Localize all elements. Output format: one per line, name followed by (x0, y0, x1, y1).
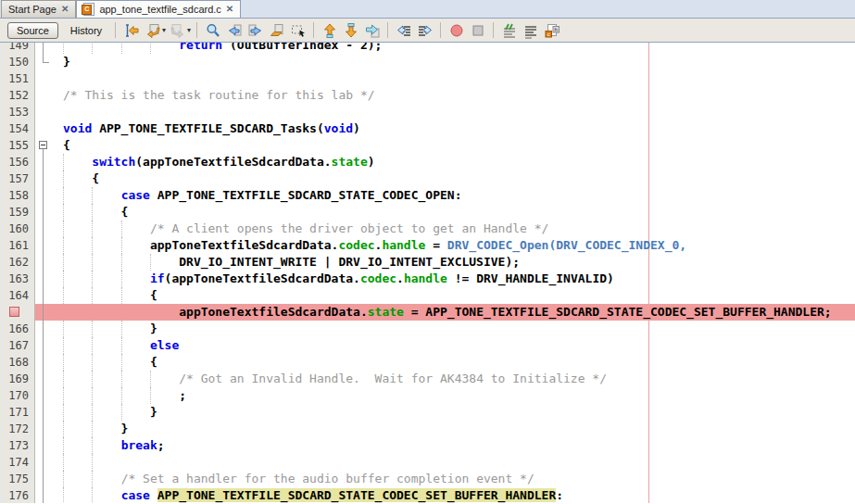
code-line[interactable]: 174 (0, 454, 855, 471)
code-line[interactable]: 166 } (0, 321, 855, 337)
code-line[interactable]: 176 case APP_TONE_TEXTFILE_SDCARD_STATE_… (0, 487, 855, 503)
close-icon[interactable]: ✕ (61, 5, 69, 14)
code-line[interactable]: 150} (0, 54, 855, 70)
shift-line-right-icon[interactable] (416, 22, 434, 39)
stop-macro-recording-icon[interactable] (469, 22, 486, 39)
line-number[interactable]: 157 (0, 170, 35, 187)
code-text[interactable]: switch(appToneTextfileSdcardData.state) (52, 154, 855, 170)
toggle-bookmark-icon[interactable] (363, 22, 381, 39)
toggle-highlight-search-icon[interactable] (268, 22, 285, 39)
code-text[interactable] (52, 70, 855, 87)
line-number[interactable]: 152 (0, 87, 35, 104)
line-number[interactable]: 168 (0, 354, 35, 371)
code-line[interactable]: 149 return (OutBufferIndex - 2); (0, 43, 855, 54)
fold-toggle[interactable] (35, 137, 52, 154)
line-number[interactable]: 164 (0, 287, 35, 304)
rectangular-selection-icon[interactable] (289, 22, 307, 39)
code-line[interactable]: 151 (0, 70, 855, 87)
line-number[interactable]: 150 (0, 54, 35, 70)
code-line[interactable]: 164 { (0, 287, 855, 304)
code-line[interactable]: 162 DRV_IO_INTENT_WRITE | DRV_IO_INTENT_… (0, 254, 855, 271)
start-macro-recording-icon[interactable] (447, 22, 465, 39)
line-number[interactable]: 159 (0, 204, 35, 220)
code-line[interactable]: 170 ; (0, 387, 855, 404)
code-text[interactable]: appToneTextfileSdcardData.codec.handle =… (52, 237, 855, 254)
code-line[interactable]: 163 if(appToneTextfileSdcardData.codec.h… (0, 271, 855, 287)
code-line[interactable]: 157 { (0, 170, 855, 187)
line-number[interactable]: 153 (0, 104, 35, 120)
line-number[interactable]: 160 (0, 220, 35, 237)
line-number[interactable]: 172 (0, 421, 35, 437)
code-line[interactable]: 167 else (0, 337, 855, 354)
line-number[interactable]: 171 (0, 404, 35, 421)
code-line[interactable]: 161 appToneTextfileSdcardData.codec.hand… (0, 237, 855, 254)
code-line[interactable]: 168 { (0, 354, 855, 371)
code-line[interactable]: 175 /* Set a handler for the audio buffe… (0, 471, 855, 487)
line-number[interactable]: 149 (0, 43, 35, 54)
code-text[interactable]: /* A client opens the driver object to g… (52, 220, 855, 237)
code-text[interactable]: appToneTextfileSdcardData.state = APP_TO… (52, 304, 855, 321)
last-edit-position-icon[interactable] (122, 22, 140, 39)
code-text[interactable]: DRV_IO_INTENT_WRITE | DRV_IO_INTENT_EXCL… (52, 254, 855, 271)
code-text[interactable]: return (OutBufferIndex - 2); (52, 43, 855, 54)
find-next-icon[interactable] (246, 22, 264, 39)
code-text[interactable]: if(appToneTextfileSdcardData.codec.handl… (52, 271, 855, 287)
code-text[interactable]: } (52, 421, 855, 437)
code-text[interactable]: break; (52, 437, 855, 454)
code-editor[interactable]: 149 return (OutBufferIndex - 2);150}1511… (0, 43, 855, 503)
line-number[interactable]: 166 (0, 321, 35, 337)
code-text[interactable]: } (52, 54, 855, 70)
code-line[interactable]: 155{ (0, 137, 855, 154)
line-number[interactable]: 158 (0, 187, 35, 204)
line-number[interactable]: 154 (0, 120, 35, 137)
chevron-down-icon[interactable]: ▾ (162, 26, 166, 34)
code-text[interactable]: } (52, 321, 855, 337)
code-line[interactable]: 173 break; (0, 437, 855, 454)
breakpoint-marker[interactable] (0, 304, 35, 321)
tab-start-page[interactable]: Start Page ✕ (1, 0, 76, 18)
line-number[interactable]: 176 (0, 487, 35, 503)
code-line[interactable]: 172 } (0, 421, 855, 437)
code-line[interactable]: 158 case APP_TONE_TEXTFILE_SDCARD_STATE_… (0, 187, 855, 204)
code-text[interactable]: { (52, 204, 855, 220)
line-number[interactable]: 169 (0, 371, 35, 387)
previous-bookmark-icon[interactable] (321, 22, 338, 39)
code-text[interactable]: { (52, 137, 855, 154)
collapse-box-icon[interactable] (39, 141, 47, 149)
line-number[interactable]: 167 (0, 337, 35, 354)
toggle-header-source-icon[interactable]: h c (543, 22, 560, 39)
back-icon[interactable] (144, 22, 161, 39)
code-text[interactable]: { (52, 287, 855, 304)
comment-icon[interactable] (500, 22, 518, 39)
chevron-down-icon[interactable]: ▾ (187, 26, 191, 34)
find-selection-icon[interactable] (204, 22, 221, 39)
code-line[interactable]: 171 } (0, 404, 855, 421)
breakpoint-icon[interactable] (9, 307, 19, 317)
line-number[interactable]: 170 (0, 387, 35, 404)
code-text[interactable]: /* Got an Invalid Handle. Wait for AK438… (52, 371, 855, 387)
next-bookmark-icon[interactable] (342, 22, 359, 39)
source-button[interactable]: Source (7, 22, 58, 39)
code-line[interactable]: 169 /* Got an Invalid Handle. Wait for A… (0, 371, 855, 387)
close-icon[interactable]: ✕ (226, 5, 233, 14)
line-number[interactable]: 156 (0, 154, 35, 170)
history-button[interactable]: History (62, 22, 110, 39)
line-number[interactable]: 162 (0, 254, 35, 271)
line-number[interactable]: 151 (0, 70, 35, 87)
code-text[interactable]: case APP_TONE_TEXTFILE_SDCARD_STATE_CODE… (52, 487, 855, 503)
code-text[interactable]: ; (52, 387, 855, 404)
line-number[interactable]: 155 (0, 137, 35, 154)
code-text[interactable]: else (52, 337, 855, 354)
code-text[interactable] (52, 454, 855, 471)
shift-line-left-icon[interactable] (395, 22, 412, 39)
code-line[interactable]: appToneTextfileSdcardData.state = APP_TO… (0, 304, 855, 321)
line-number[interactable]: 175 (0, 471, 35, 487)
code-line[interactable]: 159 { (0, 204, 855, 220)
code-text[interactable] (52, 104, 855, 120)
code-line[interactable]: 153 (0, 104, 855, 120)
line-number[interactable]: 163 (0, 271, 35, 287)
find-previous-icon[interactable] (225, 22, 243, 39)
code-text[interactable]: void APP_TONE_TEXTFILE_SDCARD_Tasks(void… (52, 120, 855, 137)
code-line[interactable]: 154void APP_TONE_TEXTFILE_SDCARD_Tasks(v… (0, 120, 855, 137)
code-line[interactable]: 156 switch(appToneTextfileSdcardData.sta… (0, 154, 855, 170)
